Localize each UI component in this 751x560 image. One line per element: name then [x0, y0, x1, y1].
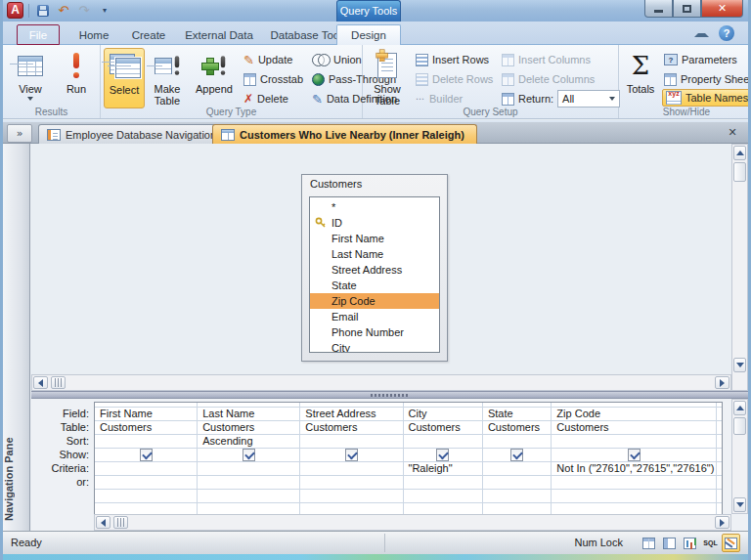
empty-cell[interactable]: [300, 490, 403, 502]
show-checkbox[interactable]: [243, 449, 255, 461]
scrollbar-thumb[interactable]: [733, 162, 746, 182]
scroll-down-button[interactable]: [733, 358, 746, 372]
sort-cell[interactable]: [552, 435, 717, 448]
crosstab-button[interactable]: Crosstab: [243, 70, 303, 88]
scroll-left-button[interactable]: [33, 376, 48, 389]
empty-cell[interactable]: [552, 490, 717, 502]
table-cell[interactable]: Customers: [198, 421, 300, 434]
tab-home[interactable]: Home: [69, 24, 118, 45]
field-cell[interactable]: Last Name: [198, 408, 300, 420]
table-cell[interactable]: Customers: [95, 421, 198, 434]
empty-cell[interactable]: [483, 490, 552, 502]
sort-cell[interactable]: Ascending: [198, 435, 300, 448]
table-cell[interactable]: Customers: [404, 421, 483, 434]
field-cell[interactable]: Street Address: [300, 408, 403, 420]
return-combobox[interactable]: All: [557, 90, 620, 108]
criteria-cell[interactable]: [300, 462, 403, 475]
column-selector[interactable]: [483, 403, 552, 407]
sql-view-button[interactable]: SQL: [701, 534, 720, 552]
or-cell[interactable]: [483, 476, 552, 489]
field-cell[interactable]: Zip Code: [552, 408, 717, 420]
select-query-button[interactable]: Select: [104, 48, 145, 108]
tab-file[interactable]: File: [17, 24, 60, 45]
criteria-cell[interactable]: "Raleigh": [404, 462, 483, 475]
column-selector[interactable]: [95, 403, 198, 407]
empty-cell[interactable]: [404, 490, 483, 502]
pane-splitter[interactable]: [31, 391, 748, 399]
field-list-window[interactable]: Customers * ID First Name Last Name Stre…: [301, 174, 448, 362]
show-table-button[interactable]: Show Table: [367, 48, 408, 108]
save-icon[interactable]: [34, 2, 52, 19]
pane-split-grip[interactable]: [51, 376, 66, 389]
sort-cell[interactable]: [483, 435, 552, 448]
or-cell[interactable]: [300, 476, 403, 489]
empty-cell[interactable]: [95, 490, 198, 502]
minimize-button[interactable]: [644, 0, 673, 18]
pane-split-grip[interactable]: [113, 516, 128, 529]
sort-cell[interactable]: [404, 435, 483, 448]
scroll-up-button[interactable]: [733, 401, 746, 415]
field-cell[interactable]: [717, 408, 722, 420]
design-view-button[interactable]: [722, 534, 740, 552]
field-item-first-name[interactable]: First Name: [310, 231, 439, 246]
tab-employee-database-navigation[interactable]: Employee Database Navigation: [38, 124, 229, 144]
tab-create[interactable]: Create: [124, 24, 173, 45]
empty-cell[interactable]: [198, 490, 300, 502]
totals-button[interactable]: Σ Totals: [621, 48, 660, 108]
update-button[interactable]: ✎Update: [243, 51, 292, 68]
field-item-city[interactable]: City: [310, 340, 439, 353]
criteria-cell[interactable]: [198, 462, 300, 475]
customize-qat-icon[interactable]: ▾: [96, 2, 113, 19]
pivotchart-view-button[interactable]: [681, 534, 699, 552]
show-checkbox[interactable]: [510, 449, 523, 461]
table-names-button[interactable]: xyzTable Names: [662, 89, 751, 107]
datasheet-view-button[interactable]: [640, 534, 658, 552]
tab-external-data[interactable]: External Data: [179, 24, 259, 45]
or-cell[interactable]: [717, 476, 722, 489]
view-button[interactable]: View: [8, 48, 53, 108]
sort-cell[interactable]: [300, 435, 403, 448]
sort-cell[interactable]: [95, 435, 198, 448]
close-button[interactable]: ✕: [701, 0, 743, 18]
field-item-email[interactable]: Email: [310, 309, 439, 324]
delete-button[interactable]: ✗Delete: [243, 90, 288, 108]
or-cell[interactable]: [552, 476, 717, 489]
navigation-pane-collapsed[interactable]: Navigation Pane: [3, 144, 30, 531]
field-cell[interactable]: City: [404, 408, 483, 420]
pivottable-view-button[interactable]: [660, 534, 679, 552]
field-item-star[interactable]: *: [310, 199, 439, 215]
sort-cell[interactable]: [717, 435, 722, 448]
scroll-up-button[interactable]: [733, 146, 746, 160]
field-item-id[interactable]: ID: [310, 215, 439, 231]
run-button[interactable]: Run: [54, 48, 99, 108]
field-item-state[interactable]: State: [310, 278, 439, 293]
insert-rows-button[interactable]: Insert Rows: [416, 51, 489, 68]
table-cell[interactable]: [717, 421, 722, 434]
criteria-cell[interactable]: [483, 462, 552, 475]
scroll-left-button[interactable]: [96, 516, 110, 529]
maximize-button[interactable]: [673, 0, 701, 18]
field-cell[interactable]: First Name: [95, 408, 198, 420]
make-table-button[interactable]: Make Table: [147, 48, 188, 108]
show-checkbox[interactable]: [628, 449, 641, 461]
scroll-right-button[interactable]: [715, 376, 729, 389]
undo-icon[interactable]: ↶: [55, 2, 72, 19]
column-selector[interactable]: [300, 403, 403, 407]
column-selector[interactable]: [404, 403, 483, 407]
scroll-right-button[interactable]: [715, 516, 729, 529]
parameters-button[interactable]: ?Parameters: [664, 51, 737, 68]
close-document-icon[interactable]: ✕: [725, 125, 740, 141]
tab-design[interactable]: Design: [336, 24, 401, 45]
or-cell[interactable]: [198, 476, 300, 489]
table-cell[interactable]: Customers: [300, 421, 403, 434]
field-cell[interactable]: State: [483, 408, 552, 420]
table-cell[interactable]: Customers: [483, 421, 552, 434]
show-checkbox[interactable]: [436, 449, 449, 461]
column-selector[interactable]: [198, 403, 300, 407]
criteria-cell[interactable]: [717, 462, 722, 475]
return-dropdown-arrow[interactable]: [605, 91, 619, 107]
top-pane-horizontal-scrollbar[interactable]: [31, 374, 731, 391]
tab-customers-query[interactable]: Customers Who Live Nearby (Inner Raleigh…: [212, 124, 477, 144]
append-button[interactable]: Append: [191, 48, 238, 108]
expand-navigation-pane-button[interactable]: »: [7, 124, 32, 143]
